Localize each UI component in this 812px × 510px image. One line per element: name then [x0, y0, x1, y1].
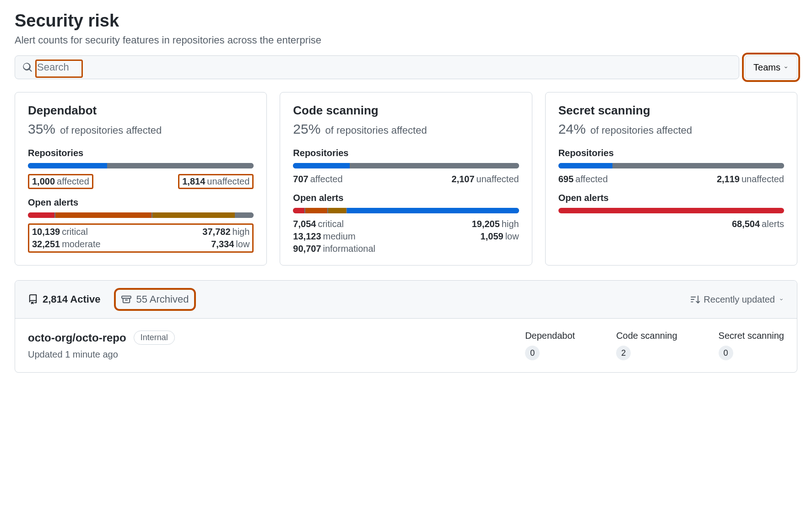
card-title: Dependabot [28, 103, 254, 118]
card-title: Secret scanning [558, 103, 784, 118]
repo-metric: Dependabot0 [525, 331, 575, 360]
archived-label: Archived [150, 293, 189, 305]
security-card: Dependabot35% of repositories affectedRe… [15, 92, 267, 266]
sort-label: Recently updated [704, 294, 775, 305]
page-subtitle: Alert counts for security features in re… [15, 34, 797, 46]
metric-value: 0 [525, 346, 540, 360]
page-title: Security risk [15, 11, 797, 31]
repo-icon [28, 294, 38, 304]
repo-metric: Secret scanning0 [719, 331, 784, 360]
card-title: Code scanning [293, 103, 519, 118]
open-alerts-label: Open alerts [293, 193, 519, 203]
search-input[interactable] [37, 61, 731, 73]
security-card: Code scanning25% of repositories affecte… [280, 92, 532, 266]
alerts-bar [28, 212, 254, 218]
metric-label: Code scanning [616, 331, 677, 341]
security-card: Secret scanning24% of repositories affec… [545, 92, 797, 266]
highlight-affected: 1,000affected [28, 174, 93, 189]
metric-value: 2 [616, 346, 631, 360]
alerts-bar [558, 208, 784, 213]
repo-updated: Updated 1 minute ago [28, 349, 175, 360]
repos-stats: 1,000affected1,814unaffected [28, 174, 254, 189]
repos-bar [558, 163, 784, 168]
repos-bar [293, 163, 519, 168]
tab-active[interactable]: 2,814 Active [28, 293, 100, 305]
percent-line: 25% of repositories affected [293, 121, 519, 137]
repos-stats: 695affected2,119unaffected [558, 174, 784, 184]
teams-button-label: Teams [753, 62, 780, 73]
teams-filter-button[interactable]: Teams [745, 55, 797, 79]
metric-value: 0 [719, 346, 733, 360]
alert-breakdown: 10,139critical37,782high32,251moderate7,… [32, 227, 249, 250]
search-box[interactable] [15, 55, 739, 79]
repository-list-panel: 2,814 Active 55 Archived Recently update… [15, 280, 797, 373]
metric-label: Dependabot [525, 331, 575, 341]
caret-down-icon [783, 65, 789, 70]
alerts-total: 68,504alerts [558, 219, 784, 229]
repos-bar [28, 163, 254, 168]
caret-down-icon [779, 297, 784, 302]
percent-line: 24% of repositories affected [558, 121, 784, 137]
repo-metric: Code scanning2 [616, 331, 677, 360]
open-alerts-label: Open alerts [558, 193, 784, 203]
archived-count: 55 [136, 293, 147, 305]
repos-stats: 707affected2,107unaffected [293, 174, 519, 184]
tab-archived[interactable]: 55 Archived [121, 293, 189, 305]
repositories-label: Repositories [293, 148, 519, 158]
highlight-alert-stats: 10,139critical37,782high32,251moderate7,… [28, 223, 254, 253]
sort-icon [691, 295, 700, 304]
visibility-badge: Internal [134, 331, 175, 345]
alert-breakdown: 7,054critical19,205high13,123medium1,059… [293, 219, 519, 254]
sort-control[interactable]: Recently updated [691, 294, 784, 305]
repositories-label: Repositories [558, 148, 784, 158]
repositories-label: Repositories [28, 148, 254, 158]
repo-name[interactable]: octo-org/octo-repo [28, 331, 126, 344]
active-count: 2,814 [43, 293, 68, 305]
metric-label: Secret scanning [719, 331, 784, 341]
highlight-unaffected: 1,814unaffected [178, 174, 254, 189]
search-icon [22, 62, 32, 72]
open-alerts-label: Open alerts [28, 197, 254, 208]
active-label: Active [70, 293, 100, 305]
percent-line: 35% of repositories affected [28, 121, 254, 137]
alerts-bar [293, 208, 519, 213]
archive-icon [121, 294, 131, 304]
repo-row[interactable]: octo-org/octo-repo Internal Updated 1 mi… [15, 319, 797, 372]
